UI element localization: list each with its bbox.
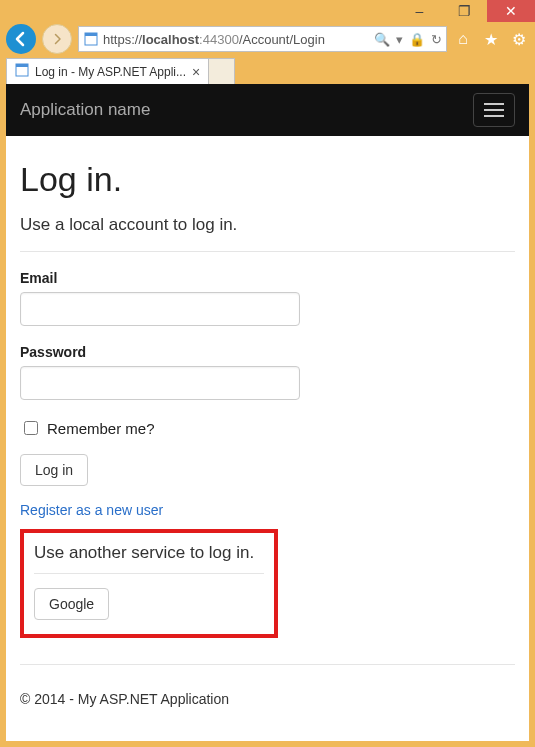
divider: [34, 573, 264, 574]
page-title: Log in.: [20, 160, 515, 199]
login-button[interactable]: Log in: [20, 454, 88, 486]
home-icon[interactable]: ⌂: [453, 30, 473, 49]
browser-forward-button[interactable]: [42, 24, 72, 54]
tab-close-icon[interactable]: ×: [192, 64, 200, 80]
password-label: Password: [20, 344, 515, 360]
window-maximize-button[interactable]: ❐: [442, 0, 487, 22]
email-label: Email: [20, 270, 515, 286]
svg-rect-1: [85, 33, 97, 36]
search-icon[interactable]: 🔍: [374, 32, 390, 47]
google-login-button[interactable]: Google: [34, 588, 109, 620]
page-subtitle: Use a local account to log in.: [20, 215, 515, 235]
address-url: https://localhost:44300/Account/Login: [103, 32, 374, 47]
settings-gear-icon[interactable]: ⚙: [509, 30, 529, 49]
app-navbar: Application name: [6, 84, 529, 136]
email-field[interactable]: [20, 292, 300, 326]
external-login-section: Use another service to log in. Google: [20, 529, 278, 638]
password-field[interactable]: [20, 366, 300, 400]
dropdown-icon[interactable]: ▾: [396, 32, 403, 47]
address-bar[interactable]: https://localhost:44300/Account/Login 🔍 …: [78, 26, 447, 52]
lock-icon: 🔒: [409, 32, 425, 47]
new-tab-button[interactable]: [209, 58, 235, 84]
page-favicon-icon: [83, 31, 99, 47]
browser-back-button[interactable]: [6, 24, 36, 54]
external-login-heading: Use another service to log in.: [34, 543, 264, 563]
browser-tab[interactable]: Log in - My ASP.NET Appli... ×: [6, 58, 209, 84]
window-close-button[interactable]: ✕: [487, 0, 535, 22]
svg-rect-3: [16, 64, 28, 67]
footer-text: © 2014 - My ASP.NET Application: [20, 691, 515, 707]
navbar-toggle-button[interactable]: [473, 93, 515, 127]
tab-title: Log in - My ASP.NET Appli...: [35, 65, 186, 79]
remember-me-checkbox[interactable]: [24, 421, 38, 435]
favorites-icon[interactable]: ★: [481, 30, 501, 49]
divider: [20, 664, 515, 665]
brand-link[interactable]: Application name: [20, 100, 150, 120]
window-minimize-button[interactable]: –: [397, 0, 442, 22]
tab-favicon-icon: [15, 63, 29, 80]
refresh-icon[interactable]: ↻: [431, 32, 442, 47]
divider: [20, 251, 515, 252]
remember-me-label: Remember me?: [47, 420, 155, 437]
register-link[interactable]: Register as a new user: [20, 502, 163, 518]
